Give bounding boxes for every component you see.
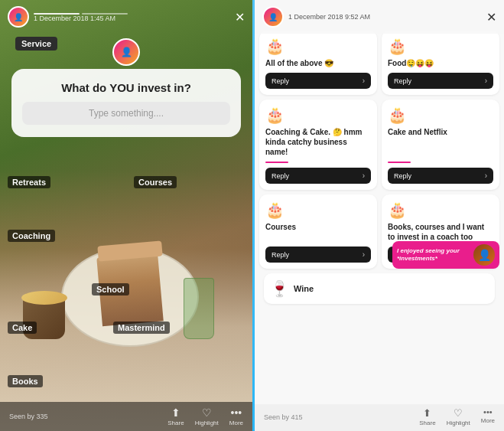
right-seen-count: Seen by 415 [264,413,303,421]
response-card-3: 🎂 Cake and Netflix Reply › [382,100,499,190]
card-emoji-4: 🎂 [265,201,371,219]
more-button-left[interactable]: ••• More [229,407,243,426]
more-label-left: More [229,420,243,426]
label-mastermind: Mastermind [113,322,170,334]
left-close-button[interactable]: ✕ [235,10,245,24]
responses-container: 🎂 All of the above 😎 Reply › 🎂 Food🤤😝😝 R… [255,28,504,404]
reply-label-4: Reply [272,251,289,259]
investment-avatar: 👤 [473,244,495,266]
reply-label-1: Reply [394,77,411,85]
left-header: 👤 1 December 2018 1:45 AM ✕ [0,0,252,34]
right-close-button[interactable]: ✕ [486,10,496,24]
question-input-placeholder[interactable]: Type something.... [22,102,230,125]
highlight-icon-left: ♡ [202,407,212,419]
question-box: What do YOU invest in? Type something...… [11,69,241,137]
share-icon-right: ⬆ [423,407,431,419]
reply-chevron-1: › [485,77,487,85]
reply-chevron-0: › [363,77,365,85]
highlight-button-left[interactable]: ♡ Highlight [195,407,219,426]
reply-chevron-4: › [363,250,365,259]
card-emoji-2: 🎂 [265,106,371,124]
reply-button-2[interactable]: Reply › [265,168,371,184]
response-card-1: 🎂 Food🤤😝😝 Reply › [382,31,499,95]
card-emoji-3: 🎂 [388,106,493,124]
card-text-1: Food🤤😝😝 [388,58,493,68]
card-emoji-1: 🎂 [388,37,493,55]
reply-button-1[interactable]: Reply › [388,73,493,89]
left-story-panel: 👤 1 December 2018 1:45 AM ✕ Service 👤 Wh… [0,0,252,431]
reply-label-3: Reply [394,172,411,180]
label-cake: Cake [8,322,37,334]
more-label-right: More [481,417,495,424]
label-coaching: Coaching [8,230,55,242]
card-text-0: All of the above 😎 [265,58,371,68]
left-avatar: 👤 [8,6,29,28]
left-actions: ⬆ Share ♡ Highlight ••• More [167,407,243,426]
more-button-right[interactable]: ••• More [481,407,495,426]
right-story-panel: 👤 1 December 2018 9:52 AM ✕ 🎂 All of the… [255,0,504,431]
label-retreats: Retreats [8,176,50,188]
label-school: School [92,283,129,295]
pink-line-3 [388,162,411,163]
investment-overlay-text: I enjoyed seeing your *investments* [397,247,470,263]
response-card-0: 🎂 All of the above 😎 Reply › [259,31,377,95]
share-button-left[interactable]: ⬆ Share [167,407,184,426]
right-date: 1 December 2018 9:52 AM [288,13,370,21]
label-courses: Courses [134,176,177,188]
right-header: 👤 1 December 2018 9:52 AM ✕ [255,0,504,34]
more-icon-right: ••• [483,407,493,416]
highlight-button-right[interactable]: ♡ Highlight [447,407,470,426]
card-emoji-5: 🎂 [388,201,493,219]
share-label-left: Share [167,420,184,426]
response-card-5: 🎂 Books, courses and I want to invest in… [382,194,499,269]
more-icon-left: ••• [231,407,242,419]
card-text-2: Coaching & Cake. 🤔 hmm kinda catchy busi… [265,127,371,157]
response-card-2: 🎂 Coaching & Cake. 🤔 hmm kinda catchy bu… [259,100,377,190]
left-header-meta: 1 December 2018 1:45 AM [34,11,128,22]
highlight-label-left: Highlight [195,420,219,426]
share-icon-left: ⬆ [171,407,180,419]
center-avatar: 👤 [112,38,140,66]
highlight-label-right: Highlight [447,420,470,426]
highlight-icon-right: ♡ [454,407,463,419]
reply-label-0: Reply [272,77,289,85]
wine-card: 🍷 Wine [264,273,495,304]
left-seen-count: Seen by 335 [9,413,48,420]
response-card-4: 🎂 Courses Reply › [259,194,377,269]
share-button-right[interactable]: ⬆ Share [419,407,435,426]
card-emoji-0: 🎂 [265,37,371,55]
service-sign: Service [15,37,57,51]
investment-overlay: I enjoyed seeing your *investments* 👤 [392,241,499,269]
share-label-right: Share [419,420,435,426]
reply-label-2: Reply [272,172,289,180]
question-text: What do YOU invest in? [22,81,230,94]
wine-text: Wine [294,284,314,293]
reply-button-4[interactable]: Reply › [265,247,371,263]
reply-chevron-2: › [363,171,365,180]
left-date: 1 December 2018 1:45 AM [34,15,128,22]
left-bottom-bar: Seen by 335 ⬆ Share ♡ Highlight ••• More [0,402,252,431]
card-text-3: Cake and Netflix [388,127,493,157]
reply-chevron-3: › [485,171,487,180]
right-bottom-bar: Seen by 415 ⬆ Share ♡ Highlight ••• More [255,404,504,431]
reply-button-3[interactable]: Reply › [388,168,493,184]
card-text-4: Courses [265,222,371,242]
pink-line-2 [265,162,288,163]
responses-grid: 🎂 All of the above 😎 Reply › 🎂 Food🤤😝😝 R… [259,31,499,269]
table-overlay [0,171,252,431]
wine-emoji: 🍷 [270,279,289,298]
right-actions: ⬆ Share ♡ Highlight ••• More [419,407,495,426]
label-books: Books [8,375,43,387]
card-text-5: Books, courses and I want to invest in a… [388,222,493,242]
reply-button-0[interactable]: Reply › [265,73,371,89]
right-avatar: 👤 [262,6,284,28]
